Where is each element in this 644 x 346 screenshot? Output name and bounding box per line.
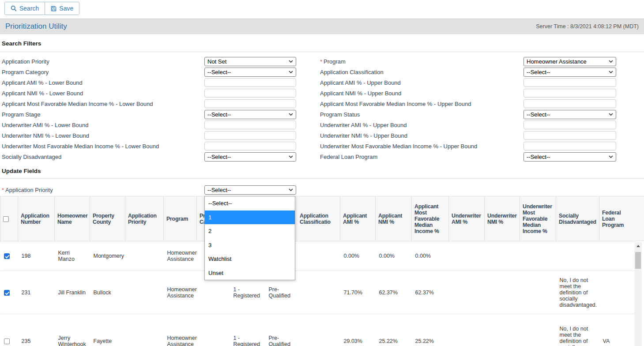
- column-header-select-all: [0, 196, 18, 241]
- column-header-applicant-nmi: Applicant NMI %: [376, 196, 412, 241]
- program-status-label: Program Status: [320, 111, 523, 118]
- table-scrollbar[interactable]: [634, 242, 642, 346]
- select-value: --Select--: [527, 69, 550, 75]
- program-select[interactable]: Homeowner Assistance: [523, 57, 616, 66]
- cell-homeowner-name: Jill Franklin: [55, 271, 90, 314]
- application-priority-filter-select[interactable]: Not Set: [204, 57, 296, 66]
- cell-application-classification: [297, 241, 340, 271]
- cell-application-priority: [125, 314, 164, 346]
- dropdown-option-2[interactable]: 2: [205, 224, 295, 238]
- federal-loan-program-select[interactable]: --Select--: [523, 152, 616, 162]
- program-stage-select[interactable]: --Select--: [204, 110, 296, 119]
- cell-program-category: [197, 314, 230, 346]
- cell-federal-loan-program: [599, 271, 636, 314]
- column-header-federal-loan-program: Federal Loan Program: [599, 196, 636, 241]
- cell-program-status: Pre-Qualified: [265, 314, 297, 346]
- table-row: 198 Kerri Manzo Montgomery Homeowner Ass…: [0, 241, 636, 271]
- underwriter-mfmi-lower-input[interactable]: [204, 142, 296, 150]
- applicant-mfmi-lower-input[interactable]: [204, 99, 296, 108]
- cell-applicant-ami: 0.00%: [340, 241, 376, 271]
- cell-select: [0, 314, 18, 346]
- column-header-property-county: Property County: [90, 196, 125, 241]
- required-asterisk: *: [2, 187, 4, 193]
- cell-underwriter-mfmi: [520, 271, 556, 314]
- scroll-up-button[interactable]: [634, 242, 642, 250]
- applicant-mfmi-upper-input[interactable]: [523, 99, 616, 108]
- application-classification-select[interactable]: --Select--: [523, 68, 616, 77]
- program-filter-label-text: Program: [324, 58, 346, 65]
- dropdown-option-3[interactable]: 3: [205, 238, 295, 252]
- underwriter-nmi-upper-input[interactable]: [523, 131, 616, 140]
- search-button[interactable]: Search: [5, 2, 45, 15]
- scrollbar-thumb[interactable]: [635, 252, 641, 269]
- update-fields-row: *Application Priority --Select--: [0, 185, 644, 195]
- cell-underwriter-ami: [449, 241, 485, 271]
- filter-row: Applicant NMI % - Lower Bound Applicant …: [2, 88, 644, 98]
- applicant-nmi-upper-input[interactable]: [523, 89, 616, 98]
- underwriter-ami-lower-input[interactable]: [204, 120, 296, 129]
- filter-row: Applicant Most Favorable Median Income %…: [2, 98, 644, 109]
- underwriter-mfmi-upper-input[interactable]: [523, 142, 616, 150]
- dropdown-option-unset[interactable]: Unset: [205, 266, 295, 280]
- column-header-program: Program: [164, 196, 197, 241]
- cell-underwriter-ami: [449, 314, 485, 346]
- select-value: Not Set: [207, 58, 226, 65]
- applicant-ami-upper-input[interactable]: [523, 78, 616, 87]
- cell-application-number: 235: [18, 314, 55, 346]
- select-value: --Select--: [207, 69, 231, 75]
- cell-application-classification: [297, 314, 340, 346]
- cell-underwriter-nmi: [485, 314, 520, 346]
- required-asterisk: *: [320, 58, 322, 65]
- cell-applicant-nmi: 25.22%: [376, 314, 412, 346]
- row-checkbox[interactable]: [4, 338, 10, 344]
- update-application-priority-label: *Application Priority: [2, 187, 204, 193]
- update-fields-heading: Update Fields: [0, 162, 644, 179]
- cell-applicant-mfmi: 62.37%: [412, 271, 449, 314]
- program-category-select[interactable]: --Select--: [204, 68, 296, 77]
- chevron-down-icon: [289, 113, 293, 116]
- select-all-checkbox[interactable]: [3, 216, 9, 222]
- results-table: Application Number Homeowner Name Proper…: [0, 196, 636, 346]
- filter-row: Application Priority Not Set *Program Ho…: [2, 56, 644, 67]
- cell-underwriter-ami: [449, 271, 485, 314]
- column-header-application-priority: Application Priority: [125, 196, 164, 241]
- server-time: Server Time : 8/3/2021 4:08:12 PM (MDT): [536, 23, 639, 30]
- program-stage-label: Program Stage: [2, 111, 204, 118]
- select-value: Homeowner Assistance: [527, 58, 587, 65]
- select-value: --Select--: [207, 187, 231, 193]
- dropdown-option-select[interactable]: --Select--: [205, 196, 295, 211]
- cell-underwriter-mfmi: [520, 314, 556, 346]
- underwriter-ami-upper-input[interactable]: [523, 120, 616, 129]
- search-filters-heading: Search Filters: [0, 34, 644, 52]
- program-status-select[interactable]: --Select--: [523, 110, 616, 119]
- cell-property-county: Fayette: [90, 314, 125, 346]
- socially-disadvantaged-select[interactable]: --Select--: [204, 152, 296, 162]
- underwriter-nmi-lower-label: Underwriter NMI % - Lower Bound: [2, 132, 204, 139]
- application-priority-filter-label: Application Priority: [2, 58, 204, 65]
- select-value: --Select--: [207, 111, 231, 118]
- table-row: 235 Jerry Winterhook Fayette Homeowner A…: [0, 314, 636, 346]
- column-header-underwriter-mfmi: Underwriter Most Favorable Median Income…: [520, 196, 556, 241]
- cell-applicant-nmi: 62.37%: [376, 271, 412, 314]
- column-header-applicant-ami: Applicant AMI %: [340, 196, 376, 241]
- applicant-ami-lower-input[interactable]: [204, 78, 296, 87]
- applicant-ami-lower-label: Applicant AMI % - Lower Bound: [2, 79, 204, 86]
- dropdown-option-watchlist[interactable]: Watchlist: [205, 252, 295, 266]
- chevron-down-icon: [289, 188, 293, 191]
- search-button-label: Search: [19, 4, 39, 12]
- column-header-applicant-mfmi: Applicant Most Favorable Median Income %: [412, 196, 449, 241]
- cell-federal-loan-program: [599, 241, 636, 271]
- applicant-nmi-lower-label: Applicant NMI % - Lower Bound: [2, 90, 204, 97]
- row-checkbox[interactable]: [4, 253, 10, 259]
- dropdown-option-1[interactable]: 1: [205, 211, 295, 225]
- update-application-priority-select[interactable]: --Select--: [204, 185, 296, 195]
- chevron-down-icon: [609, 60, 613, 63]
- row-checkbox[interactable]: [4, 290, 10, 296]
- underwriter-nmi-upper-label: Underwriter NMI % - Upper Bound: [320, 132, 523, 139]
- save-icon: [51, 6, 56, 11]
- underwriter-nmi-lower-input[interactable]: [204, 131, 296, 140]
- applicant-nmi-lower-input[interactable]: [204, 89, 296, 98]
- column-header-application-number: Application Number: [18, 196, 55, 241]
- underwriter-ami-lower-label: Underwriter AMI % - Lower Bound: [2, 122, 204, 128]
- save-button[interactable]: Save: [45, 2, 79, 15]
